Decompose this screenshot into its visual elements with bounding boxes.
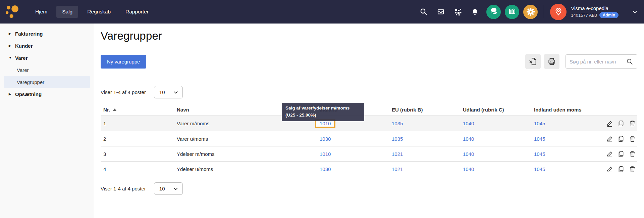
location-pin-icon: [554, 7, 563, 16]
account-number: 1401577 ABJ: [571, 13, 597, 18]
chat-button[interactable]: [486, 5, 501, 19]
apps-grid-icon[interactable]: [454, 8, 462, 16]
cell-nr: 3: [101, 151, 174, 157]
account-link-indland-uden-moms[interactable]: 1045: [534, 136, 545, 142]
main-menu: Hjem Salg Regnskab Rapporter: [30, 6, 154, 18]
edit-icon[interactable]: [606, 135, 613, 142]
nav-item-rapporter[interactable]: Rapporter: [120, 6, 154, 18]
nav-circle-buttons: [486, 5, 538, 19]
nav-divider: [544, 5, 544, 18]
gear-icon: [526, 7, 535, 16]
company-name: Visma e-copedia: [571, 5, 619, 11]
account-tooltip: Salg af varer/ydelser m/moms (U25 - 25,0…: [282, 103, 364, 121]
table-search-input[interactable]: [570, 59, 626, 64]
user-menu-chevron-down-icon[interactable]: [632, 9, 638, 15]
sidebar-item-varer[interactable]: ▼ Varer: [0, 52, 94, 64]
nav-item-hjem[interactable]: Hjem: [30, 6, 53, 18]
edit-icon[interactable]: [606, 150, 613, 158]
account-link-indland-uden-moms[interactable]: 1045: [534, 166, 545, 172]
account-link-indland-uden-moms[interactable]: 1045: [534, 121, 545, 126]
account-link-indland[interactable]: 1010: [320, 151, 331, 157]
sidebar-item-label: Varegrupper: [17, 79, 44, 85]
col-header-udland[interactable]: Udland (rubrik C): [460, 107, 531, 113]
col-header-eu[interactable]: EU (rubrik B): [389, 107, 460, 113]
edit-icon[interactable]: [606, 166, 613, 173]
sidebar-item-label: Varer: [15, 55, 28, 61]
export-excel-icon: [529, 57, 537, 66]
account-link-indland[interactable]: 1030: [320, 136, 331, 142]
copy-icon[interactable]: [618, 150, 625, 158]
sort-asc-icon: [113, 108, 117, 111]
copy-icon[interactable]: [618, 120, 625, 127]
book-icon: [508, 8, 516, 16]
delete-icon[interactable]: [629, 120, 636, 127]
sidebar-item-fakturering[interactable]: ▶ Fakturering: [0, 28, 94, 40]
account-link-eu[interactable]: 1035: [392, 136, 403, 142]
pagination-info: Viser 1-4 af 4 poster: [101, 186, 146, 191]
sidebar-item-opsaetning[interactable]: ▶ Opsætning: [0, 88, 94, 100]
search-input-icon[interactable]: [626, 58, 633, 65]
account-link-eu[interactable]: 1021: [392, 166, 403, 172]
collapsed-arrow-icon: ▶: [9, 32, 12, 35]
help-book-button[interactable]: [505, 5, 519, 19]
table-row: 2 Varer u/moms 1030 1035 1040 1045: [101, 131, 637, 146]
table-search-box: [566, 54, 637, 69]
delete-icon[interactable]: [629, 166, 636, 173]
account-link-indland[interactable]: 1010: [320, 121, 331, 126]
account-link-udland[interactable]: 1040: [463, 136, 474, 142]
page-size-value: 10: [159, 186, 165, 191]
page-size-select[interactable]: 10: [154, 182, 183, 195]
col-header-nr[interactable]: Nr.: [101, 107, 174, 113]
pagination-top: Viser 1-4 af 4 poster 10: [101, 86, 637, 98]
bell-icon[interactable]: [471, 8, 479, 16]
sidebar-item-label: Varer: [17, 67, 29, 73]
settings-button[interactable]: [523, 5, 538, 19]
sidebar-item-varer-sub[interactable]: Varer: [4, 64, 90, 76]
delete-icon[interactable]: [629, 150, 636, 158]
page-title: Varegrupper: [101, 30, 637, 42]
company-avatar[interactable]: [550, 4, 567, 20]
account-link-indland[interactable]: 1030: [320, 166, 331, 172]
sidebar-item-label: Opsætning: [15, 91, 42, 97]
main-content: Varegrupper Ny varegruppe: [94, 24, 644, 218]
delete-icon[interactable]: [629, 135, 636, 142]
copy-icon[interactable]: [618, 135, 625, 142]
table-row: 1 Varer m/moms 1010 1035 1040 1045: [101, 116, 637, 131]
account-link-indland-uden-moms[interactable]: 1045: [534, 151, 545, 157]
print-button[interactable]: [544, 54, 559, 69]
cell-navn: Ydelser u/moms: [174, 166, 317, 172]
sidebar-item-varegrupper[interactable]: Varegrupper: [4, 76, 90, 88]
collapsed-arrow-icon: ▶: [9, 44, 12, 47]
cell-nr: 4: [101, 166, 174, 172]
account-link-udland[interactable]: 1040: [463, 151, 474, 157]
table-row: 4 Ydelser u/moms 1030 1021 1040 1045: [101, 161, 637, 176]
printer-icon: [547, 57, 556, 66]
chat-icon: [490, 8, 498, 16]
visma-logo-icon[interactable]: [5, 4, 19, 19]
account-link-udland[interactable]: 1040: [463, 166, 474, 172]
account-link-udland[interactable]: 1040: [463, 121, 474, 126]
copy-icon[interactable]: [618, 166, 625, 173]
user-block[interactable]: Visma e-copedia 1401577 ABJ Admin: [571, 5, 619, 18]
search-icon[interactable]: [420, 8, 428, 16]
sidebar: ▶ Fakturering ▶ Kunder ▼ Varer Varer Var…: [0, 24, 94, 218]
nav-item-salg[interactable]: Salg: [56, 6, 78, 18]
nav-icon-group: [420, 8, 479, 16]
pagination-bottom: Viser 1-4 af 4 poster 10: [101, 182, 637, 195]
sidebar-item-kunder[interactable]: ▶ Kunder: [0, 40, 94, 52]
account-link-eu[interactable]: 1035: [392, 121, 403, 126]
col-header-indland-uden-moms[interactable]: Indland uden moms: [531, 107, 600, 113]
top-navbar: Hjem Salg Regnskab Rapporter: [0, 0, 644, 24]
nav-item-regnskab[interactable]: Regnskab: [82, 6, 116, 18]
cell-nr: 1: [101, 121, 174, 126]
varegrupper-table: Nr. Navn Indland EU (rubrik B) Udland (r…: [101, 104, 637, 176]
sidebar-item-label: Fakturering: [15, 31, 43, 37]
chevron-down-icon: [173, 186, 178, 191]
export-excel-button[interactable]: [525, 54, 541, 69]
new-varegruppe-button[interactable]: Ny varegruppe: [101, 55, 146, 69]
table-header-row: Nr. Navn Indland EU (rubrik B) Udland (r…: [101, 104, 637, 116]
edit-icon[interactable]: [606, 120, 613, 127]
account-link-eu[interactable]: 1021: [392, 151, 403, 157]
inbox-icon[interactable]: [437, 8, 445, 16]
page-size-select[interactable]: 10: [154, 86, 183, 98]
